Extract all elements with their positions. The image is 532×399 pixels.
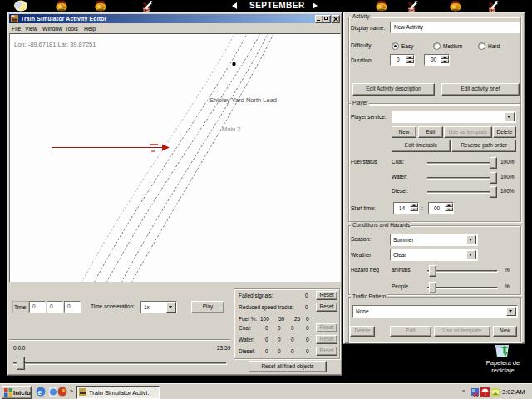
svg-text:e: e xyxy=(38,387,42,397)
svg-text:Lon: -89.67181 Lat: 39.8725: Lon: -89.67181 Lat: 39.87251 xyxy=(14,41,96,48)
svg-text:Shipley Yard North Lead: Shipley Yard North Lead xyxy=(209,96,277,104)
svg-text:Main 2: Main 2 xyxy=(222,126,241,133)
